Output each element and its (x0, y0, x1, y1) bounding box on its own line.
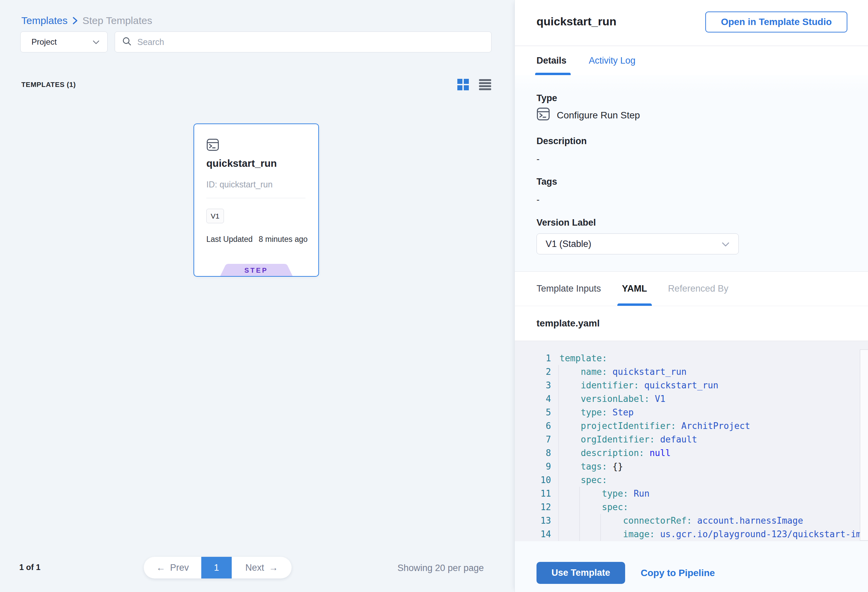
yaml-line: 10 spec: (515, 473, 860, 487)
template-details-panel: quickstart_run Open in Template Studio D… (515, 0, 868, 592)
version-select[interactable]: V1 (Stable) (536, 233, 739, 254)
editor-scrollbar[interactable] (860, 350, 868, 540)
yaml-line: 7 orgIdentifier: default (515, 433, 860, 446)
version-label-label: Version Label (536, 217, 596, 228)
template-card-quickstart-run[interactable]: quickstart_run ID: quickstart_run V1 Las… (193, 124, 319, 277)
yaml-line: 4 versionLabel: V1 (515, 392, 860, 406)
tab-template-inputs[interactable]: Template Inputs (536, 272, 601, 306)
chevron-right-icon (72, 16, 78, 25)
terminal-icon (206, 139, 219, 152)
version-select-value: V1 (Stable) (546, 239, 591, 249)
details-header: quickstart_run Open in Template Studio (515, 0, 868, 46)
type-value-row: Configure Run Step (536, 108, 640, 123)
view-toggles (457, 79, 491, 90)
card-divider (206, 198, 306, 198)
yaml-line: 11 type: Run (515, 487, 860, 500)
version-badge: V1 (206, 209, 224, 223)
step-ribbon-label: STEP (220, 267, 292, 275)
grid-view-icon[interactable] (457, 79, 469, 90)
last-updated-value: 8 minutes ago (259, 235, 307, 244)
breadcrumb-current: Step Templates (83, 15, 152, 27)
panel-title: quickstart_run (536, 15, 616, 28)
yaml-line: 9 tags: {} (515, 460, 860, 473)
chevron-down-icon (92, 37, 100, 47)
search-input[interactable] (137, 37, 484, 47)
breadcrumb-templates-link[interactable]: Templates (21, 15, 68, 27)
card-id: ID: quickstart_run (206, 180, 273, 189)
yaml-line: 1template: (515, 351, 860, 365)
pagination: ← Prev 1 Next → (144, 557, 292, 579)
yaml-line: 14 image: us.gcr.io/playground-123/quick… (515, 527, 860, 541)
prev-page-button[interactable]: ← Prev (144, 557, 201, 579)
last-updated-label: Last Updated (206, 235, 253, 244)
tab-yaml[interactable]: YAML (622, 272, 647, 306)
templates-count-header: TEMPLATES (1) (21, 81, 76, 89)
page-1-button[interactable]: 1 (201, 557, 232, 579)
use-template-button[interactable]: Use Template (536, 562, 625, 584)
search-box (115, 31, 492, 52)
page-range: 1 of 1 (19, 562, 41, 572)
yaml-file-name: template.yaml (536, 318, 600, 329)
yaml-line: 13 connectorRef: account.harnessImage (515, 514, 860, 527)
scope-select-value: Project (31, 37, 57, 47)
panel-footer: Use Template Copy to Pipeline (515, 541, 868, 592)
tab-referenced-by[interactable]: Referenced By (668, 272, 729, 306)
yaml-line: 3 identifier: quickstart_run (515, 378, 860, 392)
details-tabs: Details Activity Log (515, 46, 868, 75)
description-value: - (536, 154, 540, 164)
details-section: Type Configure Run Step Description - Ta… (515, 75, 868, 271)
yaml-line: 2 name: quickstart_run (515, 365, 860, 378)
open-in-template-studio-button[interactable]: Open in Template Studio (705, 12, 847, 32)
card-title: quickstart_run (206, 158, 277, 169)
yaml-line: 6 projectIdentifier: ArchitProject (515, 419, 860, 433)
next-page-button[interactable]: Next → (232, 557, 292, 579)
card-last-updated: Last Updated 8 minutes ago (206, 235, 307, 244)
tags-label: Tags (536, 177, 557, 187)
next-label: Next (245, 562, 264, 573)
page-size-text: Showing 20 per page (397, 563, 493, 573)
yaml-code-lines: 1template:2 name: quickstart_run3 identi… (515, 351, 860, 541)
yaml-line: 5 type: Step (515, 406, 860, 419)
type-label: Type (536, 93, 557, 103)
tab-activity-log[interactable]: Activity Log (589, 46, 636, 75)
templates-page: Templates Step Templates Project TEMPLAT… (0, 0, 868, 592)
description-label: Description (536, 136, 587, 146)
arrow-left-icon: ← (156, 562, 165, 573)
prev-label: Prev (170, 562, 189, 573)
step-ribbon: STEP (220, 264, 292, 276)
breadcrumb: Templates Step Templates (21, 15, 152, 27)
search-icon (122, 36, 132, 48)
type-value: Configure Run Step (557, 110, 640, 121)
yaml-line: 8 description: null (515, 446, 860, 460)
content-tabs: Template Inputs YAML Referenced By (515, 271, 868, 306)
chevron-down-icon (722, 239, 730, 249)
terminal-icon (536, 108, 550, 123)
tab-details[interactable]: Details (536, 46, 567, 75)
scope-select[interactable]: Project (20, 31, 108, 52)
yaml-file-band: template.yaml (515, 306, 868, 341)
template-list-panel: Templates Step Templates Project TEMPLAT… (0, 0, 515, 592)
yaml-editor[interactable]: 1template:2 name: quickstart_run3 identi… (515, 341, 868, 541)
yaml-line: 12 spec: (515, 500, 860, 514)
copy-to-pipeline-link[interactable]: Copy to Pipeline (641, 562, 715, 584)
tags-value: - (536, 195, 540, 205)
arrow-right-icon: → (269, 562, 278, 573)
list-view-icon[interactable] (479, 79, 491, 90)
